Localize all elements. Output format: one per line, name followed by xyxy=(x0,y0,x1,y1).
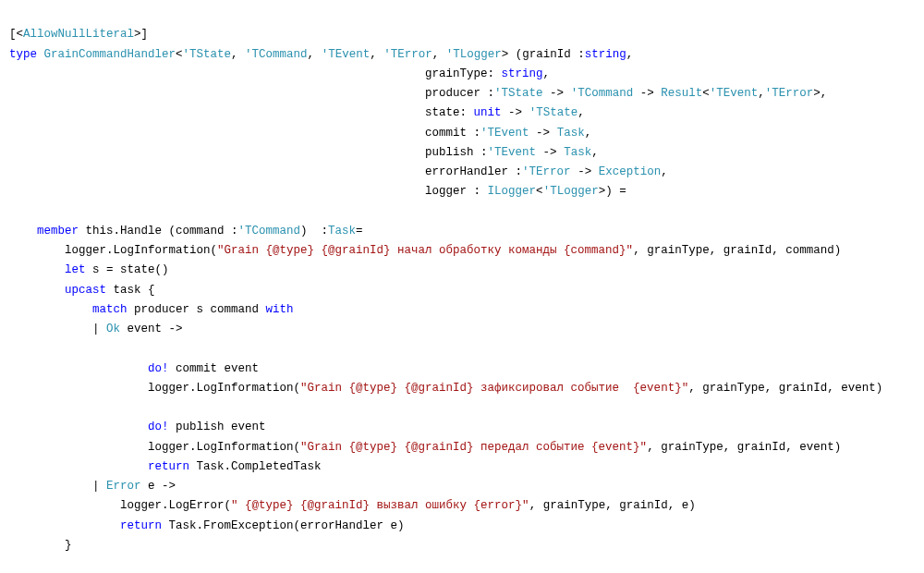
match-expr: producer s command xyxy=(128,303,266,316)
indent xyxy=(9,536,65,555)
type-param: 'TState xyxy=(494,87,543,100)
call: logger.LogInformation( xyxy=(148,441,300,454)
type-param: 'TError xyxy=(765,87,814,100)
args: , grainType, grainId, event) xyxy=(647,441,841,454)
kw-upcast: upcast xyxy=(65,284,106,297)
bracket: >] xyxy=(134,28,148,41)
args: , grainType, grainId, e) xyxy=(529,499,696,512)
close: ) : xyxy=(300,225,328,238)
line-do-publish: do! publish event xyxy=(9,421,266,433)
type-param: 'TCommand xyxy=(238,225,301,238)
line-error: | Error e -> xyxy=(9,480,176,493)
line-log-error: logger.LogError(" {@type} {@grainId} выз… xyxy=(9,499,696,512)
error-ctor: Error xyxy=(106,480,141,493)
close-brace: } xyxy=(65,539,72,552)
brace: { xyxy=(141,284,155,297)
type-param: 'TState xyxy=(529,106,578,119)
comma: , xyxy=(626,48,634,61)
indent xyxy=(9,300,92,320)
string-literal: " {@type} {@grainId} вызвал ошибку {erro… xyxy=(231,499,529,512)
line-param: grainType: string, xyxy=(9,67,550,80)
member-sig: this.Handle (command : xyxy=(79,225,238,238)
sp xyxy=(106,284,114,297)
kw-do: do! xyxy=(148,362,169,375)
line-match: match producer s command with xyxy=(9,303,294,316)
close: ) = xyxy=(605,185,626,198)
indent xyxy=(9,241,65,261)
line-log: logger.LogInformation("Grain {@type} {@g… xyxy=(9,441,841,454)
type-result: Result xyxy=(661,87,702,100)
bar: | xyxy=(92,323,106,335)
line-upcast: upcast task { xyxy=(9,284,155,297)
type-task: Task xyxy=(564,146,591,159)
type-param: 'TState xyxy=(183,48,232,61)
param-name: publish : xyxy=(425,146,488,159)
lt: < xyxy=(176,48,183,61)
kw-do: do! xyxy=(148,421,169,433)
args: , grainType, grainId, event) xyxy=(688,382,882,395)
sep: , xyxy=(370,48,383,61)
args: , grainType, grainId, command) xyxy=(633,244,841,257)
attribute-name: AllowNullLiteral xyxy=(23,28,134,41)
param-name: grainType: xyxy=(425,67,502,80)
indent xyxy=(9,477,92,496)
param-name: errorHandler : xyxy=(425,165,522,178)
line-param: publish :'TEvent -> Task, xyxy=(9,146,599,159)
string-literal: "Grain {@type} {@grainId} передал событи… xyxy=(300,441,647,454)
indent xyxy=(9,143,425,163)
line-return: return Task.FromException(errorHandler e… xyxy=(9,519,405,532)
comma: , xyxy=(543,67,551,80)
line-member: member this.Handle (command :'TCommand) … xyxy=(9,225,363,238)
type-param: 'TCommand xyxy=(571,87,634,100)
type-param: 'TEvent xyxy=(488,146,537,159)
call: logger.LogInformation( xyxy=(148,382,300,395)
ok-ctor: Ok xyxy=(106,323,120,335)
string-literal: "Grain {@type} {@grainId} начал обработк… xyxy=(217,244,633,257)
line-param: commit :'TEvent -> Task, xyxy=(9,127,591,140)
type-param: 'TLogger xyxy=(446,48,502,61)
indent xyxy=(9,163,425,182)
indent xyxy=(9,438,148,457)
let-body: s = state() xyxy=(86,263,169,276)
indent xyxy=(9,360,148,379)
kw-match: match xyxy=(92,303,128,316)
type-ilogger: ILogger xyxy=(488,185,537,198)
lt: < xyxy=(536,185,543,198)
line-param: state: unit -> 'TState, xyxy=(9,106,585,119)
kw-let: let xyxy=(65,263,86,276)
line-attr: [<AllowNullLiteral>] xyxy=(9,28,148,41)
kw-with: with xyxy=(266,303,294,316)
comma: , xyxy=(591,146,599,159)
lt: < xyxy=(702,87,710,100)
line-param: errorHandler :'TError -> Exception, xyxy=(9,165,668,178)
bracket: [< xyxy=(9,28,23,41)
arrow: -> xyxy=(633,87,661,100)
kw-return: return xyxy=(148,460,189,473)
kw-type: type xyxy=(9,48,37,61)
type-exception: Exception xyxy=(599,165,662,178)
kw-member: member xyxy=(37,225,79,238)
indent xyxy=(9,65,425,84)
arrow: event -> xyxy=(120,323,183,335)
line-close-brace: } xyxy=(9,539,72,552)
type-unit: unit xyxy=(474,106,502,119)
type-param: 'TCommand xyxy=(245,48,308,61)
expr: Task.CompletedTask xyxy=(189,460,322,473)
code-block: [<AllowNullLiteral>] type GrainCommandHa… xyxy=(0,0,924,561)
type-task: Task xyxy=(557,127,585,140)
sep: , xyxy=(432,48,446,61)
expr: publish event xyxy=(169,421,266,433)
indent xyxy=(9,261,65,280)
line-ok: | Ok event -> xyxy=(9,323,183,335)
arrow: -> xyxy=(571,165,599,178)
indent xyxy=(9,182,425,201)
sep: , xyxy=(231,48,245,61)
comma: , xyxy=(578,106,585,119)
arrow: -> xyxy=(529,127,557,140)
indent xyxy=(9,124,425,143)
type-param: 'TError xyxy=(522,165,571,178)
expr: Task.FromException(errorHandler e) xyxy=(162,519,405,532)
line-param: producer :'TState -> 'TCommand -> Result… xyxy=(9,87,827,100)
call: logger.LogInformation( xyxy=(65,244,217,257)
comma: , xyxy=(661,165,668,178)
